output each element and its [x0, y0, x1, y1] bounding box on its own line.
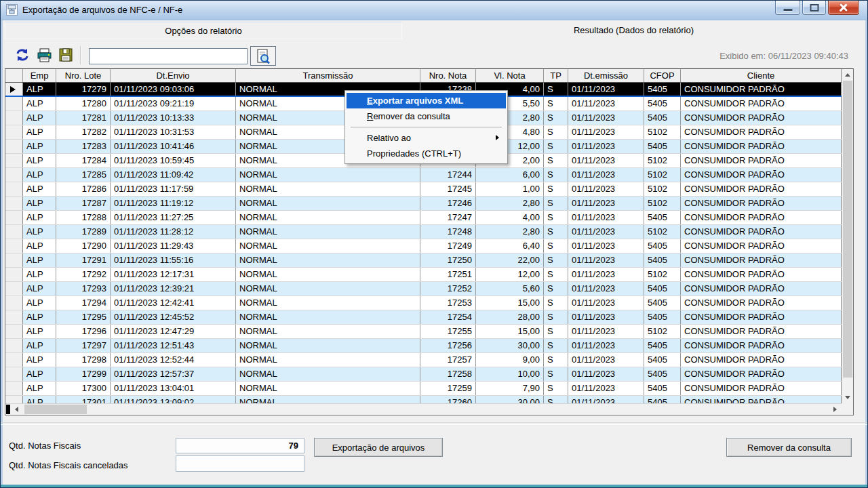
- cell: 5405: [644, 382, 681, 395]
- table-row[interactable]: ALP1729401/11/2023 12:42:41NORMAL1725315…: [5, 296, 842, 310]
- qtd-notas-fiscais-field[interactable]: 79: [176, 438, 304, 453]
- cell: NORMAL: [236, 211, 420, 224]
- cell: S: [544, 296, 568, 310]
- row-indicator: [5, 225, 23, 239]
- minimize-button[interactable]: [775, 1, 800, 15]
- column-header[interactable]: Nro. Nota: [420, 69, 476, 82]
- table-row[interactable]: ALP1729101/11/2023 11:55:16NORMAL1725022…: [5, 253, 842, 268]
- table-row[interactable]: ALP1728601/11/2023 11:17:59NORMAL172451,…: [5, 182, 842, 197]
- table-row[interactable]: ALP1728501/11/2023 11:09:42NORMAL172446,…: [5, 168, 842, 182]
- cell: 5405: [644, 396, 681, 403]
- restore-button[interactable]: [802, 1, 826, 15]
- table-row[interactable]: ALP1729901/11/2023 12:57:37NORMAL1725810…: [5, 367, 842, 382]
- cell: ALP: [23, 154, 56, 167]
- save-button[interactable]: [58, 47, 75, 64]
- cell: 17300: [56, 382, 111, 395]
- table-row[interactable]: ALP1728701/11/2023 11:19:12NORMAL172462,…: [5, 197, 842, 211]
- cell: 01/11/2023: [568, 282, 644, 296]
- scroll-right-arrow-icon[interactable]: [829, 404, 841, 415]
- cell: ALP: [23, 339, 56, 352]
- scroll-down-arrow-icon[interactable]: [842, 392, 853, 403]
- column-header[interactable]: Nro. Lote: [56, 69, 111, 82]
- table-row[interactable]: ALP1728901/11/2023 11:28:12NORMAL172482,…: [5, 225, 842, 239]
- column-header[interactable]: Cliente: [681, 69, 842, 82]
- table-row[interactable]: ALP1729301/11/2023 12:39:21NORMAL172525,…: [5, 282, 842, 296]
- cell: NORMAL: [236, 282, 420, 296]
- table-row[interactable]: ALP1730001/11/2023 13:04:01NORMAL172597,…: [5, 382, 842, 396]
- cell: NORMAL: [236, 396, 420, 403]
- scroll-up-arrow-icon[interactable]: [842, 69, 853, 81]
- cell: 17279: [56, 83, 111, 96]
- cell: CONSUMIDOR PADRÃO: [681, 97, 842, 110]
- menu-item-propriedades[interactable]: Propriedades (CTRL+T): [347, 146, 506, 161]
- cell: 01/11/2023 09:03:06: [111, 83, 236, 96]
- cell: 5405: [644, 239, 681, 253]
- qtd-notas-canceladas-field[interactable]: [176, 455, 304, 472]
- table-row[interactable]: ALP1729601/11/2023 12:47:29NORMAL1725515…: [5, 325, 842, 339]
- filter-input[interactable]: [89, 48, 248, 64]
- table-row[interactable]: ALP1728801/11/2023 11:27:25NORMAL172474,…: [5, 211, 842, 225]
- table-row[interactable]: ALP1730101/11/2023 13:09:02NORMAL1726030…: [5, 396, 842, 403]
- cell: 01/11/2023: [568, 253, 644, 267]
- table-row[interactable]: ALP1729801/11/2023 12:52:44NORMAL172579,…: [5, 353, 842, 367]
- cell: 5405: [644, 310, 681, 324]
- column-header[interactable]: TP: [544, 69, 568, 82]
- cell: 9,00: [476, 353, 544, 367]
- displayed-at-label: Exibido em: 06/11/2023 09:40:43: [719, 51, 848, 61]
- app-window: Exportação de arquivos de NFC-e / NF-e O…: [0, 0, 868, 488]
- refresh-button[interactable]: [14, 47, 32, 64]
- qtd-notas-fiscais-label: Qtd. Notas Fiscais: [9, 441, 81, 451]
- preview-button[interactable]: [250, 46, 276, 66]
- cell: 01/11/2023: [568, 140, 644, 153]
- cell: 17299: [56, 367, 111, 381]
- scroll-left-arrow-icon[interactable]: [12, 404, 23, 415]
- cell: CONSUMIDOR PADRÃO: [681, 339, 842, 352]
- table-row[interactable]: ALP1729501/11/2023 12:45:52NORMAL1725428…: [5, 310, 842, 325]
- column-header[interactable]: Vl. Nota: [476, 69, 544, 82]
- cell: 17293: [56, 282, 111, 296]
- column-header[interactable]: Dt.emissão: [568, 69, 644, 82]
- cell: 17251: [420, 268, 476, 281]
- tab-resultado[interactable]: Resultado (Dados do relatório): [402, 20, 865, 40]
- cell: 01/11/2023 11:28:12: [111, 225, 236, 239]
- table-row[interactable]: ALP1729001/11/2023 11:29:43NORMAL172496,…: [5, 239, 842, 253]
- cell: 17244: [420, 168, 476, 182]
- horizontal-scrollbar[interactable]: [5, 403, 842, 415]
- tab-opcoes-do-relatorio[interactable]: Opções do relatório: [5, 22, 402, 39]
- row-indicator: [5, 211, 23, 224]
- cell: S: [544, 97, 568, 110]
- cell: NORMAL: [236, 182, 420, 196]
- cell: 01/11/2023: [568, 211, 644, 224]
- cell: 01/11/2023 13:04:01: [111, 382, 236, 395]
- remover-da-consulta-button[interactable]: Remover da consulta: [726, 438, 852, 457]
- cell: 17284: [56, 154, 111, 167]
- cell: 17254: [420, 310, 476, 324]
- close-button[interactable]: [828, 1, 859, 15]
- menu-item-remover-da-consulta[interactable]: Remover da consulta: [347, 108, 506, 124]
- cell: 01/11/2023 12:57:37: [111, 367, 236, 381]
- horizontal-scroll-thumb[interactable]: [24, 405, 87, 414]
- exportacao-de-arquivos-button[interactable]: Exportação de arquivos: [314, 438, 443, 457]
- column-header[interactable]: Dt.Envio: [111, 69, 236, 82]
- vertical-scroll-thumb[interactable]: [843, 81, 852, 378]
- cell: 5102: [644, 125, 681, 139]
- cell: 5102: [644, 268, 681, 281]
- menu-item-relativo-ao[interactable]: Relativo ao: [347, 130, 506, 146]
- cell: 15,00: [476, 325, 544, 338]
- vertical-scrollbar[interactable]: [842, 69, 853, 403]
- grid-left-edge-mark: [6, 405, 10, 414]
- cell: 17285: [56, 168, 111, 182]
- table-row[interactable]: ALP1729701/11/2023 12:51:43NORMAL1725630…: [5, 339, 842, 353]
- table-row[interactable]: ALP1729201/11/2023 12:17:31NORMAL1725112…: [5, 268, 842, 282]
- cell: CONSUMIDOR PADRÃO: [681, 111, 842, 125]
- menu-item-exportar-arquivos-xml[interactable]: Exportar arquivos XML: [347, 93, 506, 108]
- column-header[interactable]: CFOP: [644, 69, 681, 82]
- column-header[interactable]: Emp: [23, 69, 56, 82]
- cell: 5102: [644, 197, 681, 210]
- print-button[interactable]: [36, 47, 54, 64]
- cell: 17296: [56, 325, 111, 338]
- column-header[interactable]: Transmissão: [236, 69, 420, 82]
- cell: S: [544, 353, 568, 367]
- cell: 01/11/2023 12:42:41: [111, 296, 236, 310]
- cell: 01/11/2023 11:19:12: [111, 197, 236, 210]
